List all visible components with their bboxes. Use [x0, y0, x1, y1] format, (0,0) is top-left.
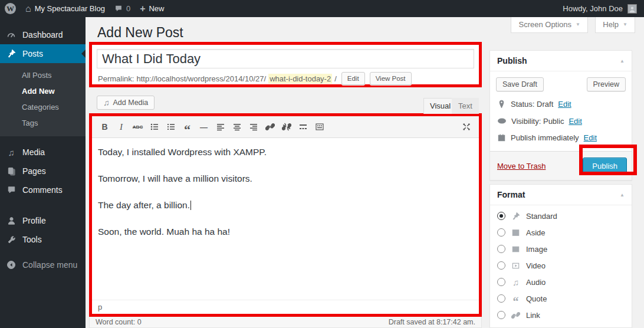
- sidebar-item-collapse-menu[interactable]: Collapse menu: [0, 255, 86, 274]
- sidebar-item-media[interactable]: ♫ Media: [0, 143, 86, 162]
- editor-status-bar: Word count: 0 Draft saved at 8:17:42 am.: [89, 317, 482, 328]
- editor-paragraph: The day after, a billion.: [98, 199, 473, 212]
- publish-panel-title: Publish: [497, 56, 527, 65]
- home-icon: ⌂: [25, 4, 31, 14]
- sidebar-item-pages[interactable]: Pages: [0, 162, 86, 181]
- sidebar-item-all-posts[interactable]: All Posts: [0, 67, 86, 83]
- help-label: Help: [603, 20, 619, 29]
- comments-count: 0: [126, 4, 130, 13]
- publish-button[interactable]: Publish: [583, 158, 627, 175]
- posts-submenu: All Posts Add New Categories Tags: [0, 63, 86, 136]
- align-left-icon[interactable]: [212, 120, 228, 134]
- format-panel: Format ▲ Standard Aside Image Video ♫ Au…: [489, 184, 632, 328]
- distraction-free-icon[interactable]: [458, 120, 474, 134]
- draft-saved-status: Draft saved at 8:17:42 am.: [389, 318, 475, 326]
- post-status-pin-icon: [497, 100, 506, 109]
- sidebar-item-tools[interactable]: Tools: [0, 230, 86, 249]
- toolbar-toggle-icon[interactable]: [311, 120, 327, 134]
- preview-button[interactable]: Preview: [587, 77, 626, 91]
- sidebar-item-comments[interactable]: Comments: [0, 181, 86, 199]
- editor-path-bar: p: [92, 300, 479, 314]
- publish-panel-header: Publish ▲: [490, 51, 632, 71]
- editor-content-area[interactable]: Today, I installed Wordpress with XAMPP.…: [92, 138, 479, 300]
- permalink-slug: what-i-did-today-2: [268, 74, 332, 84]
- post-title-input[interactable]: [97, 49, 474, 68]
- edit-permalink-button[interactable]: Edit: [341, 72, 365, 85]
- howdy-account-link[interactable]: Howdy, John Doe: [563, 4, 623, 13]
- audio-icon: ♫: [511, 277, 521, 287]
- format-label: Quote: [526, 294, 547, 303]
- horizontal-rule-icon[interactable]: —: [196, 120, 212, 134]
- insert-more-tag-icon[interactable]: [295, 120, 311, 134]
- comments-shortcut[interactable]: 0: [114, 0, 130, 17]
- insert-link-icon[interactable]: [262, 120, 278, 134]
- collapse-panel-icon[interactable]: ▲: [620, 192, 625, 198]
- view-post-button[interactable]: View Post: [370, 72, 412, 85]
- format-option-audio[interactable]: ♫ Audio: [497, 277, 625, 287]
- word-count-label: Word count:: [96, 318, 135, 326]
- format-option-standard[interactable]: Standard: [497, 211, 625, 221]
- align-right-icon[interactable]: [245, 120, 261, 134]
- sidebar-item-label: Media: [22, 147, 45, 157]
- sidebar-item-categories[interactable]: Categories: [0, 99, 86, 115]
- edit-visibility-link[interactable]: Edit: [569, 117, 581, 126]
- bold-icon[interactable]: B: [97, 120, 113, 134]
- align-center-icon[interactable]: [229, 120, 245, 134]
- radio-link[interactable]: [497, 311, 505, 319]
- format-option-aside[interactable]: Aside: [497, 227, 625, 238]
- move-to-trash-link[interactable]: Move to Trash: [497, 162, 546, 170]
- sidebar-item-add-new[interactable]: Add New: [0, 83, 86, 99]
- editor-paragraph: Tomorrow, I will have a million visitors…: [98, 173, 473, 185]
- italic-icon[interactable]: I: [113, 120, 129, 134]
- radio-standard[interactable]: [497, 212, 505, 220]
- pages-icon: [6, 166, 17, 176]
- format-option-link[interactable]: Link: [497, 310, 625, 320]
- publish-panel: Publish ▲ Save Draft Preview Status: Dra…: [489, 50, 632, 181]
- radio-audio[interactable]: [497, 278, 505, 286]
- edit-status-link[interactable]: Edit: [558, 100, 571, 109]
- radio-quote[interactable]: [497, 294, 505, 303]
- new-content-menu[interactable]: + New: [140, 0, 164, 17]
- radio-video[interactable]: [497, 261, 505, 270]
- current-menu-arrow: [81, 50, 86, 58]
- format-panel-title: Format: [497, 190, 525, 199]
- format-panel-header: Format ▲: [490, 185, 632, 205]
- profile-icon: [6, 215, 17, 226]
- wordpress-menu[interactable]: W: [5, 0, 16, 17]
- chevron-down-icon: ▼: [576, 22, 580, 27]
- visibility-text: Visibility: Public: [511, 117, 564, 126]
- remove-link-icon[interactable]: [278, 120, 294, 134]
- format-option-quote[interactable]: “ Quote: [497, 293, 625, 304]
- aside-note-icon: [511, 228, 521, 238]
- sidebar-item-dashboard[interactable]: Dashboard: [0, 25, 86, 44]
- quote-icon: “: [511, 294, 521, 304]
- collapse-panel-icon[interactable]: ▲: [620, 58, 625, 64]
- publishing-actions: Move to Trash Publish: [490, 151, 632, 180]
- bulleted-list-icon[interactable]: [146, 120, 162, 134]
- numbered-list-icon[interactable]: [163, 120, 179, 134]
- site-name-link[interactable]: ⌂ My Spectacular Blog: [25, 0, 105, 17]
- help-tab[interactable]: Help ▼: [595, 17, 635, 33]
- tab-text[interactable]: Text: [452, 98, 479, 114]
- link-chain-icon: [511, 310, 521, 320]
- blockquote-icon[interactable]: “: [179, 120, 195, 134]
- editor-toolbar: B I ABC “ —: [92, 116, 479, 138]
- radio-image[interactable]: [497, 245, 505, 253]
- format-option-video[interactable]: Video: [497, 260, 625, 271]
- sidebar-item-tags[interactable]: Tags: [0, 115, 86, 131]
- edit-schedule-link[interactable]: Edit: [584, 133, 597, 142]
- format-label: Image: [526, 245, 547, 254]
- screen-options-label: Screen Options: [518, 20, 571, 29]
- strikethrough-icon[interactable]: ABC: [130, 120, 146, 134]
- word-count-value: 0: [137, 318, 142, 326]
- editor: B I ABC “ —: [92, 116, 479, 314]
- sidebar-item-label: Profile: [22, 216, 46, 225]
- radio-aside[interactable]: [497, 228, 505, 237]
- add-media-button[interactable]: ♫ Add Media: [97, 96, 155, 110]
- format-option-image[interactable]: Image: [497, 244, 625, 254]
- screen-options-tab[interactable]: Screen Options ▼: [511, 17, 588, 33]
- sidebar-item-posts[interactable]: Posts: [0, 44, 86, 63]
- add-media-label: Add Media: [113, 99, 149, 107]
- save-draft-button[interactable]: Save Draft: [496, 77, 544, 91]
- sidebar-item-profile[interactable]: Profile: [0, 211, 86, 230]
